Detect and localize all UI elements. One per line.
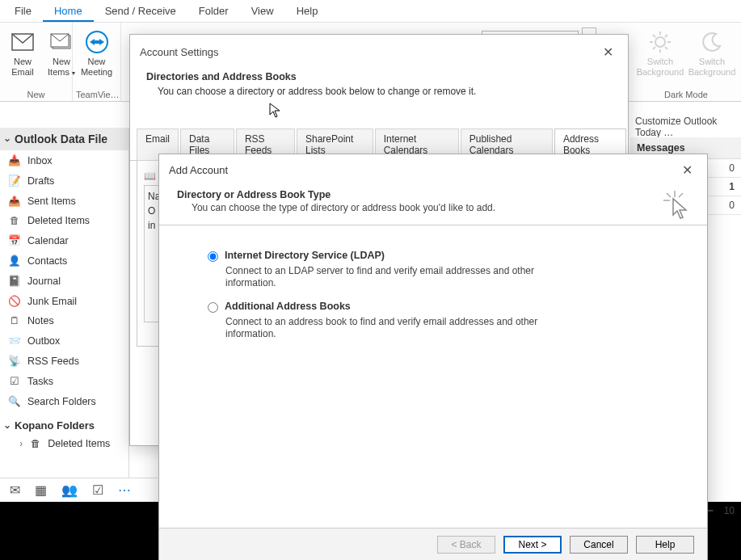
add-account-title: Add Account — [169, 164, 228, 176]
sidebar-item-deleted-items[interactable]: 🗑Deleted Items — [0, 211, 128, 230]
account-settings-desc: You can choose a directory or address bo… — [158, 86, 612, 97]
junk-icon: 🚫 — [8, 295, 21, 307]
sidebar-item-notes[interactable]: 🗒Notes — [0, 311, 128, 331]
account-settings-title: Account Settings — [140, 46, 219, 58]
sidebar-item-rss-feeds[interactable]: 📡RSS Feeds — [0, 351, 128, 371]
svg-line-17 — [679, 193, 683, 197]
main-tabbar: File Home Send / Receive Folder View Hel… — [0, 0, 741, 23]
kopano-deleted-items[interactable]: 🗑 Deleted Items — [0, 435, 128, 453]
sidebar-item-search-folders[interactable]: 🔍Search Folders — [0, 391, 128, 411]
search-folder-icon: 🔍 — [8, 395, 21, 407]
calendar-icon: 📅 — [8, 234, 21, 246]
sidebar-item-label: Outbox — [27, 335, 60, 347]
svg-rect-4 — [95, 40, 99, 44]
trash-icon: 🗑 — [31, 438, 41, 449]
sidebar-item-inbox[interactable]: 📥Inbox — [0, 150, 128, 171]
tab-view[interactable]: View — [240, 0, 285, 22]
mail-view-icon[interactable]: ✉ — [10, 482, 20, 498]
sidebar-item-label: Junk Email — [27, 296, 77, 307]
sidebar-item-journal[interactable]: 📓Journal — [0, 271, 128, 291]
additional-radio-desc: Connect to an address book to find and v… — [225, 316, 549, 340]
new-email-button[interactable]: New Email — [3, 24, 42, 88]
sidebar-item-label: Sent Items — [27, 196, 76, 207]
moon-icon — [701, 27, 722, 57]
svg-line-13 — [665, 35, 667, 37]
sidebar-item-label: Search Folders — [27, 396, 96, 407]
sidebar-item-outbox[interactable]: 📨Outbox — [0, 331, 128, 351]
sidebar-item-label: Calendar — [27, 235, 69, 246]
sent-icon: 📤 — [8, 195, 21, 207]
rss-icon: 📡 — [8, 355, 21, 367]
tab-folder[interactable]: Folder — [187, 0, 240, 22]
folder-pane-header[interactable]: Outlook Data File — [0, 128, 128, 150]
outbox-icon: 📨 — [8, 335, 21, 347]
sidebar-item-label: Deleted Items — [27, 215, 90, 226]
ribbon-group-new: New — [3, 88, 69, 101]
calendar-view-icon[interactable]: ▦ — [35, 482, 47, 498]
sidebar-item-label: Drafts — [27, 175, 54, 187]
tasks-icon: ☑ — [8, 375, 21, 387]
tasks-view-icon[interactable]: ☑ — [92, 482, 103, 498]
cancel-button[interactable]: Cancel — [570, 536, 628, 554]
svg-line-10 — [653, 35, 655, 37]
sidebar-item-label: Inbox — [27, 155, 53, 166]
tab-home[interactable]: Home — [43, 0, 94, 22]
svg-line-12 — [653, 47, 655, 49]
additional-radio-label[interactable]: Additional Address Books — [225, 301, 351, 312]
switch-background-button-2[interactable]: Switch Background — [686, 24, 738, 88]
svg-point-5 — [655, 37, 665, 47]
sidebar-item-sent-items[interactable]: 📤Sent Items — [0, 191, 128, 211]
drafts-icon: 📝 — [8, 175, 21, 187]
notes-icon: 🗒 — [8, 315, 21, 326]
ribbon-group-teamviewer: TeamVie… — [76, 88, 117, 101]
tab-sendreceive[interactable]: Send / Receive — [94, 0, 187, 22]
new-meeting-button[interactable]: New Meeting — [76, 24, 117, 88]
account-settings-close-button[interactable]: ✕ — [598, 43, 618, 61]
sidebar-item-label: Tasks — [27, 376, 53, 387]
add-account-close-button[interactable]: ✕ — [677, 161, 697, 179]
cursor-arrow-icon — [269, 103, 282, 119]
contacts-icon: 👤 — [8, 255, 21, 267]
svg-line-11 — [665, 47, 667, 49]
sidebar-item-label: Notes — [27, 315, 54, 326]
kopano-folders-header[interactable]: Kopano Folders — [0, 411, 128, 435]
additional-radio[interactable] — [208, 302, 218, 313]
tab-file[interactable]: File — [3, 0, 43, 22]
ribbon-group-darkmode: Dark Mode — [634, 88, 738, 101]
envelope-icon — [11, 27, 34, 57]
sun-icon — [649, 27, 672, 57]
customize-outlook-today-link[interactable]: Customize Outlook Today … — [630, 115, 741, 139]
navigation-bar: ✉ ▦ 👥 ☑ ⋯ — [0, 478, 158, 502]
add-account-footer: < Back Next > Cancel Help — [159, 528, 707, 560]
ldap-radio[interactable] — [208, 251, 218, 262]
switch-background-button-1[interactable]: Switch Background — [634, 24, 686, 88]
help-button[interactable]: Help — [636, 536, 694, 554]
sidebar-item-drafts[interactable]: 📝Drafts — [0, 171, 128, 191]
sidebar-item-junk-email[interactable]: 🚫Junk Email — [0, 291, 128, 311]
envelope-stack-icon — [50, 27, 73, 57]
sidebar-item-tasks[interactable]: ☑Tasks — [0, 371, 128, 391]
add-account-dialog: Add Account ✕ Directory or Address Book … — [158, 154, 708, 560]
zoom-value: 10 — [724, 505, 735, 516]
sidebar-item-label: RSS Feeds — [27, 356, 79, 367]
inbox-icon: 📥 — [8, 154, 21, 166]
back-button: < Back — [437, 536, 495, 554]
sidebar-item-contacts[interactable]: 👤Contacts — [0, 251, 128, 271]
journal-icon: 📓 — [8, 275, 21, 287]
people-view-icon[interactable]: 👥 — [61, 482, 78, 498]
add-account-desc: You can choose the type of directory or … — [192, 202, 689, 213]
more-views-icon[interactable]: ⋯ — [118, 482, 131, 498]
ldap-radio-desc: Connect to an LDAP server to find and ve… — [225, 265, 549, 289]
teamviewer-icon — [85, 27, 109, 57]
add-account-heading: Directory or Address Book Type — [177, 189, 689, 200]
sidebar-item-label: Journal — [27, 276, 61, 287]
cursor-click-icon — [663, 191, 689, 220]
sidebar-item-calendar[interactable]: 📅Calendar — [0, 230, 128, 251]
svg-line-16 — [667, 193, 671, 197]
ldap-radio-label[interactable]: Internet Directory Service (LDAP) — [225, 250, 385, 261]
next-button[interactable]: Next > — [503, 536, 562, 554]
trash-icon: 🗑 — [8, 215, 21, 226]
account-settings-heading: Directories and Address Books — [146, 71, 612, 82]
sidebar-item-label: Contacts — [27, 255, 67, 267]
tab-help[interactable]: Help — [285, 0, 330, 22]
